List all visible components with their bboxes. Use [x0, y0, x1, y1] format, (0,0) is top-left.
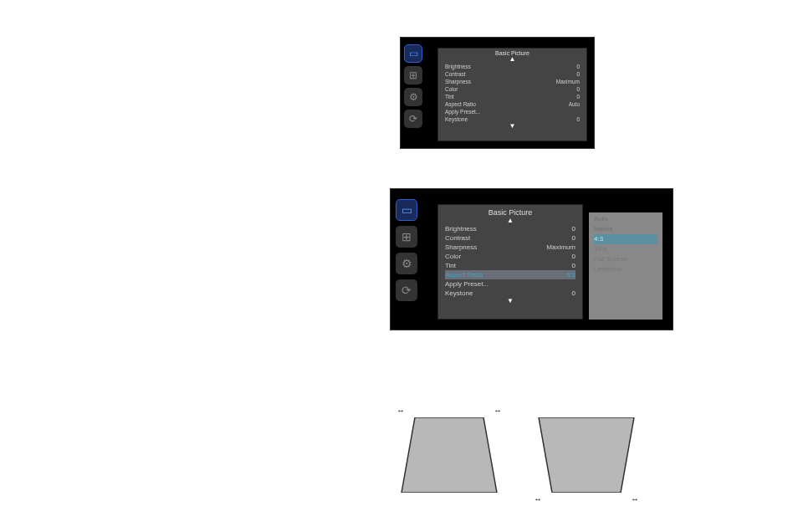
row-label: Apply Preset...: [445, 108, 480, 115]
advanced-icon[interactable]: ⊞: [404, 66, 422, 84]
menu-items: Brightness0 Contrast0 SharpnessMaximum C…: [438, 224, 582, 298]
menu-row[interactable]: Contrast0: [445, 233, 575, 243]
row-label: Brightness: [445, 63, 471, 70]
row-label: Contrast: [445, 233, 470, 243]
row-value: 0: [572, 233, 575, 243]
submenu-item[interactable]: Auto: [594, 214, 657, 224]
menu-row-aspect[interactable]: Aspect Ratio4:3: [445, 270, 575, 279]
row-label: Sharpness: [445, 78, 471, 85]
aspect-submenu: Auto Native 4:3 16:9 Full Screen Letterb…: [589, 212, 662, 320]
keystone-diagrams: ↔↔ ↔↔: [391, 401, 668, 501]
row-value: 0: [576, 70, 580, 78]
dim-arrows-top: ↔↔: [395, 406, 504, 417]
row-label: Brightness: [445, 224, 477, 233]
osd-sidebar: ▭ ⊞ ⚙ ⟳: [396, 199, 417, 301]
menu-items: Brightness0 Contrast0 SharpnessMaximum C…: [438, 63, 586, 123]
advanced-icon[interactable]: ⊞: [396, 226, 417, 248]
row-label: Color: [445, 85, 458, 93]
row-value: 4:3: [566, 270, 575, 279]
row-label: Color: [445, 252, 461, 261]
submenu-item[interactable]: 16:9: [594, 244, 657, 254]
row-value: Maximum: [556, 78, 580, 85]
menu-row[interactable]: SharpnessMaximum: [445, 243, 575, 252]
row-value: 0: [576, 115, 580, 123]
menu-row[interactable]: SharpnessMaximum: [445, 78, 580, 85]
row-label: Apply Preset...: [445, 279, 489, 289]
settings-icon[interactable]: ⚙: [404, 88, 422, 106]
arrow-up-icon[interactable]: ▲: [438, 56, 586, 63]
row-label: Keystone: [445, 115, 468, 123]
picture-icon[interactable]: ▭: [396, 199, 417, 221]
row-value: Maximum: [546, 243, 575, 252]
row-value: 0: [572, 289, 575, 298]
menu-row[interactable]: Tint0: [445, 93, 580, 100]
row-value: 0: [572, 224, 575, 233]
source-icon[interactable]: ⟳: [396, 279, 417, 301]
menu-title: Basic Picture: [438, 205, 582, 217]
row-label: Tint: [445, 93, 454, 100]
menu-row[interactable]: Color0: [445, 85, 580, 93]
osd-basic-picture-small: ▭ ⊞ ⚙ ⟳ Basic Picture ▲ Brightness0 Cont…: [400, 37, 595, 149]
osd-sidebar: ▭ ⊞ ⚙ ⟳: [404, 44, 422, 128]
osd-basic-picture-large: ▭ ⊞ ⚙ ⟳ Basic Picture ▲ Brightness0 Cont…: [390, 188, 673, 330]
row-value: 0: [576, 93, 580, 100]
keystone-trapezoid-narrow-top: [395, 417, 504, 493]
row-value: 0: [576, 85, 580, 93]
arrow-down-icon[interactable]: ▼: [438, 123, 586, 130]
submenu-item-selected[interactable]: 4:3: [594, 234, 657, 244]
submenu-item[interactable]: Letterbox: [594, 264, 657, 274]
row-value: 0: [576, 63, 580, 70]
menu-row[interactable]: Tint0: [445, 261, 575, 270]
row-value: 0: [572, 261, 575, 270]
row-label: Aspect Ratio: [445, 100, 476, 108]
keystone-trapezoid-wide-top: [532, 417, 641, 493]
arrow-up-icon[interactable]: ▲: [438, 217, 582, 224]
menu-panel: Basic Picture ▲ Brightness0 Contrast0 Sh…: [437, 204, 583, 320]
arrow-down-icon[interactable]: ▼: [438, 298, 582, 304]
row-label: Sharpness: [445, 243, 477, 252]
submenu-item[interactable]: Full Screen: [594, 254, 657, 264]
menu-row[interactable]: Apply Preset...: [445, 279, 575, 289]
row-label: Aspect Ratio: [445, 270, 483, 279]
menu-row[interactable]: Brightness0: [445, 224, 575, 233]
dim-arrows-bottom: ↔↔: [532, 494, 641, 506]
row-label: Contrast: [445, 70, 466, 78]
menu-row[interactable]: Color0: [445, 252, 575, 261]
svg-marker-1: [539, 417, 634, 493]
menu-row[interactable]: Brightness0: [445, 63, 580, 70]
settings-icon[interactable]: ⚙: [396, 253, 417, 274]
menu-panel: Basic Picture ▲ Brightness0 Contrast0 Sh…: [437, 48, 587, 141]
menu-row[interactable]: Apply Preset...: [445, 108, 580, 115]
row-label: Keystone: [445, 289, 473, 298]
svg-marker-0: [402, 417, 497, 493]
row-value: 0: [572, 252, 575, 261]
submenu-item[interactable]: Native: [594, 224, 657, 234]
row-value: Auto: [569, 100, 580, 108]
source-icon[interactable]: ⟳: [404, 110, 422, 128]
menu-row[interactable]: Contrast0: [445, 70, 580, 78]
menu-row[interactable]: Aspect RatioAuto: [445, 100, 580, 108]
row-label: Tint: [445, 261, 456, 270]
picture-icon[interactable]: ▭: [404, 44, 422, 63]
